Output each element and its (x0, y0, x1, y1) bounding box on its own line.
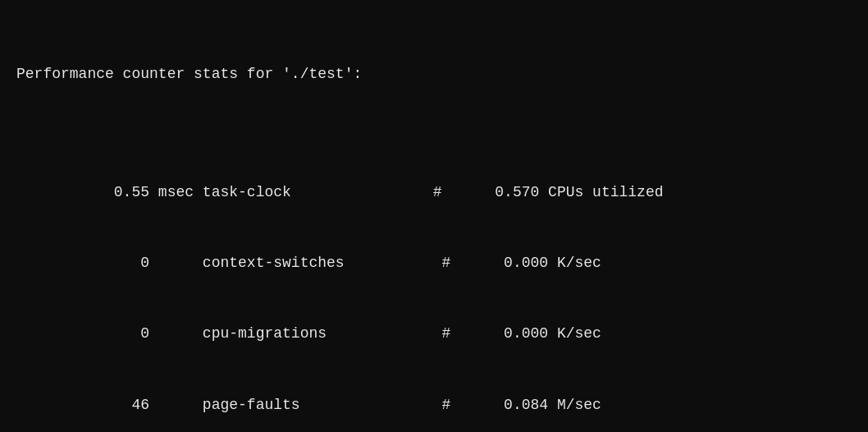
terminal-output: Performance counter stats for './test': … (16, 15, 852, 432)
line-1: 0.55 msec task-clock # 0.570 CPUs utiliz… (16, 181, 852, 205)
line-4: 46 page-faults # 0.084 M/sec (16, 393, 852, 417)
line-2: 0 context-switches # 0.000 K/sec (16, 251, 852, 275)
header-line: Performance counter stats for './test': (16, 62, 852, 86)
line-3: 0 cpu-migrations # 0.000 K/sec (16, 322, 852, 346)
